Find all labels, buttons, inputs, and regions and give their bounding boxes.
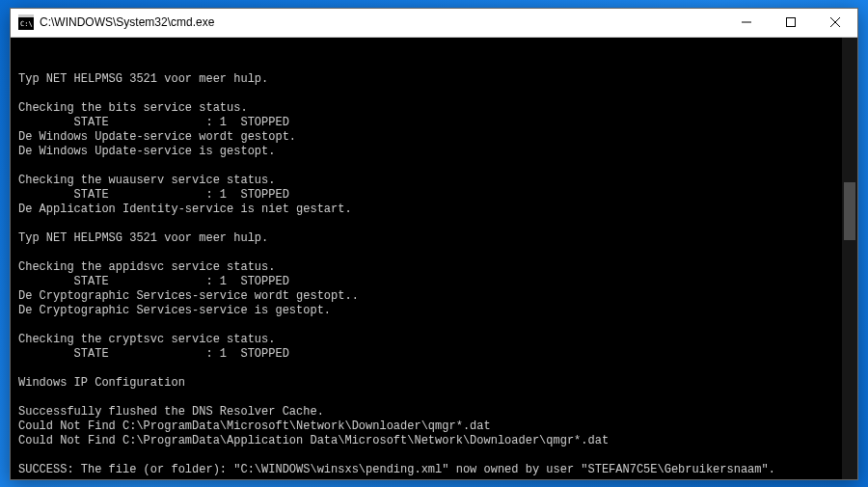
- console-line: Could Not Find C:\ProgramData\Applicatio…: [18, 434, 850, 448]
- console-line: [18, 448, 850, 463]
- console-line: Successfully flushed the DNS Resolver Ca…: [18, 405, 850, 419]
- console-line: [18, 87, 850, 101]
- titlebar[interactable]: C:\ C:\WINDOWS\System32\cmd.exe: [11, 9, 857, 38]
- window-controls: [724, 9, 857, 37]
- console-line: Typ NET HELPMSG 3521 voor meer hulp.: [18, 231, 850, 246]
- console-line: STATE : 1 STOPPED: [18, 275, 850, 289]
- close-button[interactable]: [813, 9, 857, 37]
- console-line: De Windows Update-service wordt gestopt.: [18, 130, 850, 145]
- console-line: Checking the bits service status.: [18, 101, 850, 116]
- console-line: STATE : 1 STOPPED: [18, 188, 850, 203]
- window-title: C:\WINDOWS\System32\cmd.exe: [40, 15, 724, 29]
- scrollbar-vertical[interactable]: [842, 38, 857, 479]
- console-output[interactable]: Typ NET HELPMSG 3521 voor meer hulp. Che…: [11, 38, 857, 479]
- console-line: Checking the cryptsvc service status.: [18, 333, 850, 347]
- console-line: [18, 362, 850, 376]
- console-line: Could Not Find C:\ProgramData\Microsoft\…: [18, 419, 850, 434]
- svg-rect-1: [18, 14, 34, 17]
- console-line: De Windows Update-service is gestopt.: [18, 145, 850, 159]
- cmd-icon: C:\: [18, 14, 34, 30]
- console-line: [18, 391, 850, 405]
- maximize-button[interactable]: [769, 9, 813, 37]
- svg-text:C:\: C:\: [20, 20, 33, 28]
- minimize-button[interactable]: [724, 9, 769, 37]
- console-line: De Cryptographic Services-service wordt …: [18, 289, 850, 304]
- console-line: De Cryptographic Services-service is ges…: [18, 304, 850, 318]
- console-line: [18, 217, 850, 231]
- cmd-window: C:\ C:\WINDOWS\System32\cmd.exe Typ NET …: [10, 8, 858, 480]
- console-line: [18, 246, 850, 260]
- console-line: Checking the appidsvc service status.: [18, 260, 850, 275]
- console-line: Windows IP Configuration: [18, 376, 850, 391]
- console-line: SUCCESS: The file (or folder): "C:\WINDO…: [18, 463, 850, 477]
- scrollbar-thumb[interactable]: [844, 182, 855, 240]
- console-line: Typ NET HELPMSG 3521 voor meer hulp.: [18, 72, 850, 87]
- console-line: STATE : 1 STOPPED: [18, 347, 850, 362]
- console-line: Checking the wuauserv service status.: [18, 174, 850, 188]
- console-line: STATE : 1 STOPPED: [18, 116, 850, 130]
- console-line: [18, 318, 850, 333]
- svg-rect-4: [787, 18, 796, 27]
- console-line: [18, 159, 850, 174]
- console-line: De Application Identity-service is niet …: [18, 203, 850, 217]
